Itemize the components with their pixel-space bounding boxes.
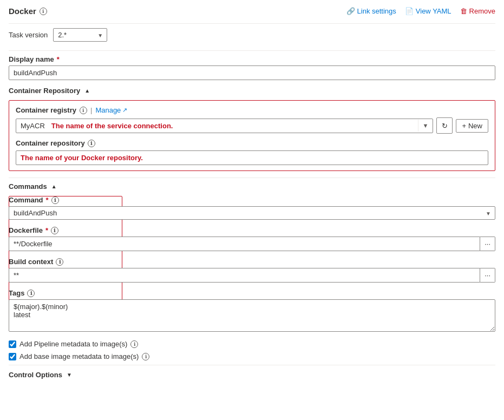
remove-label: Remove [469,7,495,15]
repo-section-divider [9,178,495,178]
build-context-label: Build context [9,258,53,266]
task-version-label: Task version [9,31,48,39]
dockerfile-info-icon[interactable]: ℹ [51,227,58,234]
add-pipeline-metadata-label: Add Pipeline metadata to image(s) [19,340,127,348]
link-settings-label: Link settings [357,7,396,15]
commands-section-divider [9,365,495,365]
build-context-info-icon[interactable]: ℹ [56,258,63,266]
container-repository-label: Container repository [16,139,85,147]
page-title: Docker [9,6,36,16]
new-label: New [468,122,482,130]
version-divider [9,50,495,51]
container-repository-chevron-icon[interactable]: ▲ [84,88,90,94]
link-settings-link[interactable]: 🔗 Link settings [346,7,396,15]
registry-prefix: MyACR [16,119,49,133]
new-plus-icon: + [462,122,466,130]
header-divider [9,23,495,24]
task-version-select-wrapper: 2.* 1.* 0.* ▼ [53,28,107,42]
container-repository-input[interactable] [16,150,488,165]
container-repository-bordered-section: Container registry ℹ | Manage ↗ MyACR Th… [9,100,495,171]
registry-input-wrapper: MyACR The name of the service connection… [16,119,433,133]
view-yaml-link[interactable]: 📄 View YAML [405,7,451,15]
commands-section-title: Commands [9,182,47,191]
manage-external-icon: ↗ [122,107,127,114]
display-name-required: * [57,55,60,63]
pipeline-metadata-info-icon[interactable]: ℹ [130,340,138,348]
add-pipeline-metadata-checkbox[interactable] [9,340,16,348]
build-context-browse-btn[interactable]: ··· [480,268,495,283]
registry-dropdown-btn[interactable]: ▼ [418,120,433,132]
view-yaml-label: View YAML [416,7,451,15]
container-registry-info-icon[interactable]: ℹ [80,107,87,114]
remove-link[interactable]: 🗑 Remove [460,7,495,15]
task-version-select[interactable]: 2.* 1.* 0.* [53,28,107,42]
add-base-image-metadata-checkbox[interactable] [9,353,16,360]
command-info-icon[interactable]: ℹ [51,196,59,204]
add-base-image-metadata-label: Add base image metadata to image(s) [19,352,139,360]
tags-label: Tags [9,289,24,297]
manage-label: Manage [95,106,121,114]
commands-chevron-icon[interactable]: ▲ [51,183,57,189]
container-repository-section-title: Container Repository [9,87,80,95]
control-options-chevron-icon[interactable]: ▼ [67,372,72,378]
manage-link[interactable]: Manage ↗ [95,106,127,114]
display-name-label: Display name [9,55,54,63]
link-settings-icon: 🔗 [346,7,355,15]
control-options-title: Control Options [9,371,62,379]
command-required: * [46,196,49,204]
container-registry-label: Container registry [16,106,76,114]
base-image-metadata-info-icon[interactable]: ℹ [142,353,149,360]
registry-separator: | [90,106,92,114]
remove-icon: 🗑 [460,7,467,15]
display-name-input[interactable] [9,65,495,80]
command-label: Command [9,196,43,204]
title-info-icon[interactable]: ℹ [40,8,47,15]
build-context-input[interactable] [9,268,480,283]
dockerfile-label: Dockerfile [9,226,43,234]
tags-textarea[interactable]: $(major).$(minor) latest [9,299,495,332]
registry-new-btn[interactable]: + New [456,119,488,133]
dockerfile-required: * [45,226,48,234]
tags-info-icon[interactable]: ℹ [27,290,35,297]
container-repository-info-icon[interactable]: ℹ [88,140,95,147]
registry-refresh-btn[interactable]: ↻ [436,117,453,134]
registry-hint-text: The name of the service connection. [49,119,418,133]
dockerfile-input[interactable] [9,237,480,251]
command-select[interactable]: buildAndPush build push login logout [9,206,495,220]
dockerfile-browse-btn[interactable]: ··· [480,237,495,251]
view-yaml-icon: 📄 [405,7,414,15]
